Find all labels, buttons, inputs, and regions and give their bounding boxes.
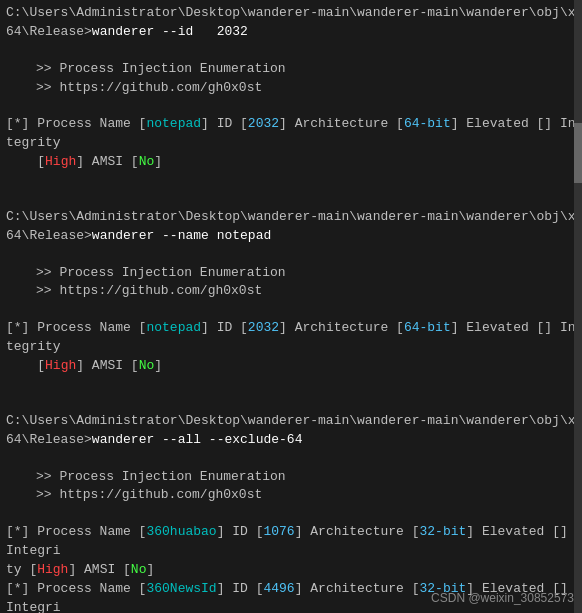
info-line-4: >> https://github.com/gh0x0st	[6, 282, 576, 301]
info-line-3: >> Process Injection Enumeration	[6, 264, 576, 283]
blank-3	[6, 172, 576, 190]
blank-7	[6, 376, 576, 394]
info-line-2: >> https://github.com/gh0x0st	[6, 79, 576, 98]
result-line-2: [*] Process Name [notepad] ID [2032] Arc…	[6, 319, 576, 357]
info-line-1: >> Process Injection Enumeration	[6, 60, 576, 79]
scrollbar-thumb[interactable]	[574, 123, 582, 183]
watermark: CSDN @weixin_30852573	[431, 591, 574, 605]
scrollbar[interactable]	[574, 0, 582, 613]
info-line-6: >> https://github.com/gh0x0st	[6, 486, 576, 505]
result-line-1b: [High] AMSI [No]	[6, 153, 576, 172]
blank-6	[6, 301, 576, 319]
blank-10	[6, 505, 576, 523]
path-line-2: C:\Users\Administrator\Desktop\wanderer-…	[6, 208, 576, 246]
blank-9	[6, 450, 576, 468]
result-line-1: [*] Process Name [notepad] ID [2032] Arc…	[6, 115, 576, 153]
blank-5	[6, 246, 576, 264]
path-line-3: C:\Users\Administrator\Desktop\wanderer-…	[6, 412, 576, 450]
info-line-5: >> Process Injection Enumeration	[6, 468, 576, 487]
blank-4	[6, 190, 576, 208]
terminal: C:\Users\Administrator\Desktop\wanderer-…	[0, 0, 582, 613]
blank-8	[6, 394, 576, 412]
blank-2	[6, 97, 576, 115]
path-line-1: C:\Users\Administrator\Desktop\wanderer-…	[6, 4, 576, 42]
result-line-3: [*] Process Name [360huabao] ID [1076] A…	[6, 523, 576, 561]
result-line-2b: [High] AMSI [No]	[6, 357, 576, 376]
result-line-3b: ty [High] AMSI [No]	[6, 561, 576, 580]
blank-1	[6, 42, 576, 60]
